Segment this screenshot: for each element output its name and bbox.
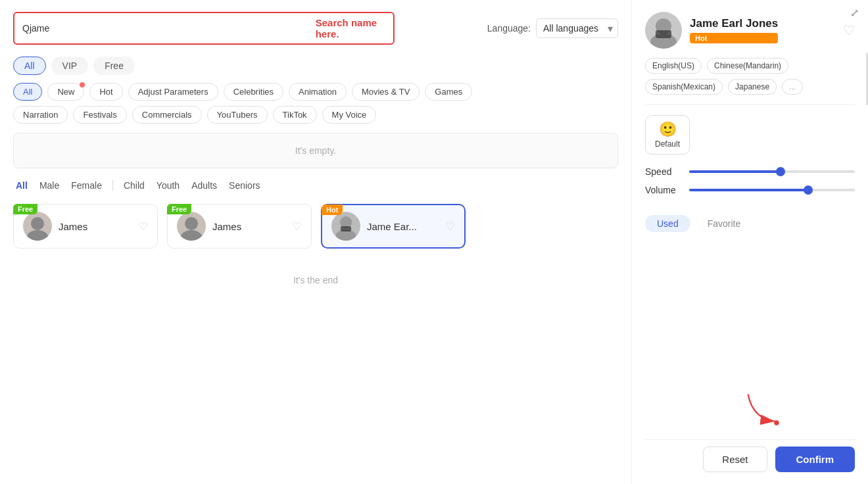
language-label: Language: xyxy=(487,23,531,34)
new-dot xyxy=(80,82,85,87)
voice-name-2: James xyxy=(212,221,241,232)
speed-track xyxy=(689,170,855,173)
bottom-buttons: Reset Confirm xyxy=(645,439,855,472)
lang-tag-chinese[interactable]: Chinese(Mandarin) xyxy=(707,58,788,74)
svg-point-3 xyxy=(181,230,202,241)
svg-point-11 xyxy=(774,420,779,425)
tab-used[interactable]: Used xyxy=(645,215,690,232)
voice-name-3: Jame Ear... xyxy=(367,221,417,232)
slider-section: Speed Volume xyxy=(645,166,855,203)
category-row-2: Narration Festivals Commercials YouTuber… xyxy=(13,106,618,124)
speed-row: Speed xyxy=(645,166,855,177)
volume-fill xyxy=(689,189,808,191)
cat-tag-movies[interactable]: Movies & TV xyxy=(352,83,420,101)
volume-row: Volume xyxy=(645,185,855,195)
left-panel: Search name here. Language: All language… xyxy=(0,0,631,484)
emotion-label: Default xyxy=(655,139,680,149)
empty-text: It's empty. xyxy=(295,145,336,156)
search-input[interactable] xyxy=(22,23,312,34)
voice-grid: Free James ♡ Free James ♡ Hot xyxy=(13,204,618,249)
profile-info: Jame Earl Jones Hot xyxy=(690,17,778,43)
gender-tab-youth[interactable]: Youth xyxy=(154,179,182,192)
cat-tag-celebrities[interactable]: Celebrities xyxy=(224,83,283,101)
search-placeholder: Search name here. xyxy=(316,17,385,39)
tab-favorite[interactable]: Favorite xyxy=(696,215,753,232)
tier-tabs: All VIP Free xyxy=(13,57,618,75)
emotion-section: 🙂 Default xyxy=(645,115,855,155)
lang-tags: English(US) Chinese(Mandarin) Spanish(Me… xyxy=(645,58,855,105)
svg-point-0 xyxy=(31,217,44,230)
badge-free-1: Free xyxy=(13,204,37,214)
end-text-section: It's the end xyxy=(13,275,618,285)
tier-tab-vip[interactable]: VIP xyxy=(51,57,89,75)
tier-tab-all[interactable]: All xyxy=(13,57,46,75)
profile-name: Jame Earl Jones xyxy=(690,17,778,30)
avatar-2 xyxy=(177,212,206,241)
cat-tag-festivals[interactable]: Festivals xyxy=(73,106,126,124)
voice-card-3[interactable]: Hot Jame Ear... ♡ xyxy=(321,204,466,249)
cat-tag-adjust[interactable]: Adjust Parameters xyxy=(128,83,218,101)
cat-tag-animation[interactable]: Animation xyxy=(289,83,347,101)
badge-hot-3: Hot xyxy=(322,205,343,215)
badge-free-2: Free xyxy=(167,204,191,214)
tier-tab-free[interactable]: Free xyxy=(93,57,135,75)
voice-card-2[interactable]: Free James ♡ xyxy=(167,204,312,249)
lang-tag-english[interactable]: English(US) xyxy=(645,58,702,74)
category-row-1: All New Hot Adjust Parameters Celebritie… xyxy=(13,83,618,101)
arrow-decoration xyxy=(743,389,783,431)
cat-tag-youtubers[interactable]: YouTubers xyxy=(207,106,268,124)
search-box: Search name here. xyxy=(13,12,395,45)
main-container: Search name here. Language: All language… xyxy=(0,0,868,484)
gender-row: All Male Female Child Youth Adults Senio… xyxy=(13,179,618,192)
empty-box: It's empty. xyxy=(13,133,618,168)
cat-tag-new[interactable]: New xyxy=(47,83,84,101)
cat-tag-myvoice[interactable]: My Voice xyxy=(322,106,377,124)
profile-hot-badge: Hot xyxy=(690,33,778,43)
voice-card-1[interactable]: Free James ♡ xyxy=(13,204,158,249)
used-tabs: Used Favorite xyxy=(645,215,855,232)
heart-btn-2[interactable]: ♡ xyxy=(292,220,302,233)
emotion-button[interactable]: 🙂 Default xyxy=(645,115,690,155)
cat-tag-hot[interactable]: Hot xyxy=(89,83,122,101)
volume-track xyxy=(689,189,855,191)
svg-point-2 xyxy=(185,217,198,230)
gender-tab-adults[interactable]: Adults xyxy=(189,179,220,192)
heart-btn-1[interactable]: ♡ xyxy=(138,220,148,233)
right-panel: ⤢ Jame Earl Jones Hot ♡ English(US) Chin… xyxy=(631,0,868,484)
svg-point-1 xyxy=(27,230,48,241)
gender-divider xyxy=(112,180,113,191)
gender-tab-all[interactable]: All xyxy=(13,179,30,192)
search-row: Search name here. Language: All language… xyxy=(13,12,618,45)
gender-tab-child[interactable]: Child xyxy=(121,179,147,192)
heart-btn-3[interactable]: ♡ xyxy=(445,220,455,233)
cat-tag-narration[interactable]: Narration xyxy=(13,106,68,124)
lang-tag-japanese[interactable]: Japanese xyxy=(728,79,777,95)
volume-label: Volume xyxy=(645,185,681,195)
speed-fill xyxy=(689,170,781,173)
gender-tab-female[interactable]: Female xyxy=(68,179,105,192)
gender-tab-seniors[interactable]: Seniors xyxy=(226,179,262,192)
emotion-emoji: 🙂 xyxy=(659,121,677,138)
speed-thumb[interactable] xyxy=(776,167,785,176)
cat-tag-commercials[interactable]: Commercials xyxy=(132,106,202,124)
language-select-wrapper: All languages English Chinese Spanish Ja… xyxy=(536,18,618,38)
profile-section: Jame Earl Jones Hot ♡ xyxy=(645,12,855,49)
language-dropdown[interactable]: All languages English Chinese Spanish Ja… xyxy=(536,18,618,38)
reset-button[interactable]: Reset xyxy=(703,447,767,472)
profile-avatar xyxy=(645,12,682,49)
lang-tag-more[interactable]: ... xyxy=(782,79,803,95)
cat-tag-tiktok[interactable]: TikTok xyxy=(273,106,317,124)
gender-tab-male[interactable]: Male xyxy=(37,179,62,192)
profile-heart-btn[interactable]: ♡ xyxy=(843,22,855,38)
speed-label: Speed xyxy=(645,166,681,177)
confirm-button[interactable]: Confirm xyxy=(775,447,856,472)
cat-tag-games[interactable]: Games xyxy=(425,83,472,101)
lang-tag-spanish[interactable]: Spanish(Mexican) xyxy=(645,79,723,95)
avatar-3 xyxy=(331,212,360,241)
svg-rect-6 xyxy=(341,226,351,231)
avatar-1 xyxy=(23,212,52,241)
cat-tag-all[interactable]: All xyxy=(13,83,42,101)
collapse-icon[interactable]: ⤢ xyxy=(850,7,859,19)
volume-thumb[interactable] xyxy=(804,185,813,195)
voice-name-1: James xyxy=(59,221,87,232)
